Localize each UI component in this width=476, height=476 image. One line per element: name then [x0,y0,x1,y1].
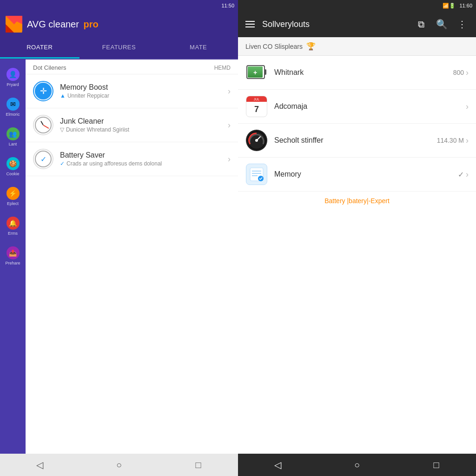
speedometer-svg [246,130,267,151]
secholt-icon [245,129,268,152]
boost-circle-icon: ✛ [35,83,52,99]
battery-saver-name: Battery Saver [60,151,221,159]
sidebar-label-erms: Erms [8,231,18,236]
sidebar-label-elmoric: Elmoric [6,112,20,117]
tab-mate[interactable]: MATE [159,37,238,59]
memory-check-icon: ✓ [458,170,464,179]
sidebar-label-pryard: Pryard [7,82,19,87]
junk-cleaner-info: Junk Cleaner ▽ Dunicer Whretand Sgiriist [60,117,221,133]
sidebar-item-lant[interactable]: 👥 Lant [1,123,25,151]
sidebar-item-pryard[interactable]: 👤 Pryard [1,63,25,91]
sidebar-item-cookie[interactable]: 🍪 Cookie [1,152,25,180]
left-header: AVG cleaner pro [0,11,238,37]
hamburger-line-3 [245,26,255,27]
adcomaja-info: Adcomaja [274,102,459,111]
sidebar-item-erms[interactable]: 🔔 Erms [1,212,25,240]
right-header: Sollverylouts ⧉ 🔍 ⋮ [238,11,476,37]
battery-saver-item[interactable]: ✓ Battery Saver ✓ Crads ar using affores… [26,142,238,176]
calendar-body: 7 [246,102,267,117]
left-tabs: ROATER FEATURES MATE [0,37,238,60]
right-header-actions: ⧉ 🔍 ⋮ [413,16,470,33]
right-sub-header: Liven CO Slisplears 🏆 [238,37,476,56]
right-header-title: Sollverylouts [262,20,407,29]
section-badge: HEMD [214,65,231,71]
memory-boost-name: Memory Boost [60,83,221,92]
list-item-memory[interactable]: Memory ✓ › [238,158,476,192]
whitnark-size: 800 [453,69,464,76]
whitnark-name: Whitnark [274,68,447,77]
whitnark-icon: + [245,61,268,84]
battery-saver-desc: ✓ Crads ar using afforesus dems dolonal [60,160,221,167]
clock-minute-hand [43,125,49,128]
more-button[interactable]: ⋮ [454,16,470,33]
sidebar-item-eplect[interactable]: ⚡ Eplect [1,182,25,210]
secholt-right: 114.30 M › [437,136,469,145]
junk-cleaner-icon [33,115,53,135]
svg-text:+: + [253,69,257,76]
list-item-adcomaja[interactable]: JUL 7 Adcomaja › [238,90,476,124]
sidebar-label-eplect: Eplect [7,201,19,206]
junk-cleaner-chevron: › [228,120,231,130]
pryard-icon: 👤 [7,68,20,81]
junk-cleaner-item[interactable]: Junk Cleaner ▽ Dunicer Whretand Sgiriist… [26,108,238,142]
memory-icon [245,163,268,185]
right-recent-button[interactable]: □ [427,456,446,474]
right-home-button[interactable]: ○ [348,456,366,474]
sidebar-label-prehare: Prehare [5,261,20,265]
list-item-secholt[interactable]: Secholt stinffer 114.30 M › [238,124,476,158]
secholt-chevron: › [466,136,469,145]
eplect-icon: ⚡ [7,187,20,200]
junk-cleaner-name: Junk Cleaner [60,117,221,126]
junk-cleaner-desc-icon: ▽ [60,126,64,133]
junk-cleaner-desc: ▽ Dunicer Whretand Sgiriist [60,126,221,133]
notes-icon [246,164,267,185]
whitnark-info: Whitnark [274,68,447,77]
battery-saver-chevron: › [228,154,231,164]
battery-clock-icon: ✓ [35,151,52,167]
whitnark-chevron: › [466,68,469,78]
avg-logo-image [6,16,22,33]
memory-boost-desc-icon: ▲ [60,93,66,99]
back-button[interactable]: ◁ [30,456,49,474]
battery-saver-icon: ✓ [33,149,53,169]
adcomaja-icon: JUL 7 [245,95,268,118]
notes-svg [248,166,265,183]
battery-saver-info: Battery Saver ✓ Crads ar using afforesus… [60,151,221,167]
calendar-header: JUL [246,96,267,102]
copy-button[interactable]: ⧉ [413,16,430,33]
lant-icon: 👥 [7,127,20,140]
right-list: + Whitnark 800 › JUL 7 Adcomaja [238,56,476,454]
left-status-time: 11:50 [221,3,234,8]
memory-boost-chevron: › [228,86,231,96]
sidebar-item-prehare[interactable]: 📤 Prehare [1,242,25,270]
memory-right: ✓ › [458,170,469,179]
memory-info: Memory [274,170,451,178]
sidebar-item-elmoric[interactable]: ✉ Elmoric [1,93,25,121]
right-back-button[interactable]: ◁ [268,456,287,474]
search-button[interactable]: 🔍 [433,16,450,33]
hamburger-line-1 [245,21,255,22]
memory-chevron: › [466,170,469,179]
app-name: AVG cleaner pro [27,19,99,30]
left-content: 👤 Pryard ✉ Elmoric 👥 Lant 🍪 Cookie ⚡ Epl… [0,60,238,454]
hamburger-button[interactable] [244,19,257,29]
avg-logo [6,16,22,33]
sidebar-label-cookie: Cookie [6,172,19,176]
secholt-size: 114.30 M [437,137,464,144]
list-item-whitnark[interactable]: + Whitnark 800 › [238,56,476,90]
adcomaja-name: Adcomaja [274,102,459,111]
home-button[interactable]: ○ [110,456,128,474]
sidebar-label-lant: Lant [9,142,17,146]
tab-features[interactable]: FEATURES [79,37,159,59]
section-title: Dot Cileners [33,64,66,71]
battery-saver-desc-icon: ✓ [60,160,65,167]
tab-roater[interactable]: ROATER [0,37,79,59]
main-content-area: Dot Cileners HEMD ✛ Memory Boost ▲ Unnit… [26,60,238,454]
memory-boost-item[interactable]: ✛ Memory Boost ▲ Unniter Reppicar › [26,74,238,108]
right-navbar: ◁ ○ □ [238,454,476,476]
hamburger-line-2 [245,24,255,25]
left-navbar: ◁ ○ □ [0,454,238,476]
recent-button[interactable]: □ [189,456,208,474]
svg-point-11 [255,139,258,142]
battery-expert-link[interactable]: Battery |batery|-Expert [238,192,476,210]
